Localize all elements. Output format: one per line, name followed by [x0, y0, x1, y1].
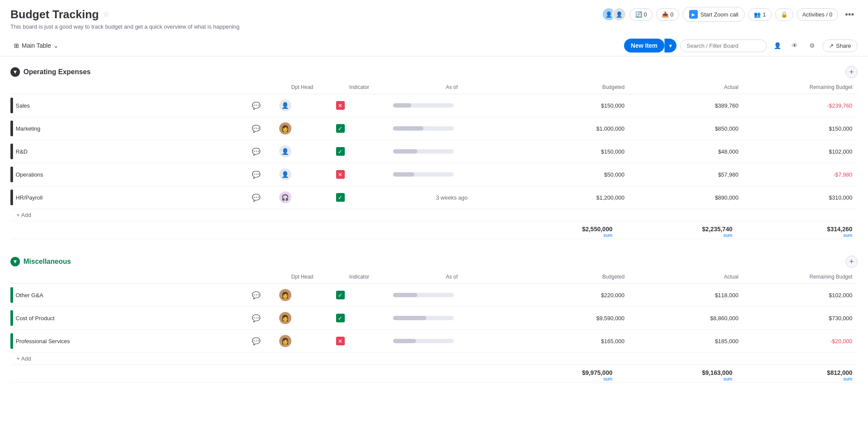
actual-value: $389,760 [715, 102, 738, 109]
misc-sum-row: $9,975,000 sum $9,163,000 sum $812,000 s… [10, 365, 858, 383]
indicator-check: ✓ [336, 291, 345, 299]
as-of-text: 3 weeks ago [436, 194, 468, 201]
chat-cell[interactable]: 💬 [238, 307, 274, 330]
chat-icon[interactable]: 💬 [252, 125, 261, 132]
misc-sum-table: $9,975,000 sum $9,163,000 sum $812,000 s… [10, 365, 858, 383]
indicator-check: ✓ [336, 124, 345, 133]
main-table-selector[interactable]: ⊞ Main Table ⌄ [10, 40, 62, 51]
row-name: Sales [16, 102, 30, 109]
budgeted-cell: $1,200,000 [516, 186, 630, 209]
color-bar [10, 190, 13, 205]
table-row: Professional Services 💬 👩 ✕ $165,000 [10, 330, 858, 353]
add-column-misc-button[interactable]: + [845, 256, 858, 268]
search-input[interactable] [680, 39, 767, 52]
avatar-cell: 👤 [279, 168, 291, 180]
new-item-label: New Item [631, 42, 657, 49]
person-filter-button[interactable]: 👤 [770, 39, 784, 52]
row-name: HR/Payroll [16, 194, 43, 201]
new-item-wrap: New Item ▾ [624, 39, 677, 52]
chat-icon[interactable]: 💬 [252, 292, 261, 299]
new-item-button[interactable]: New Item [624, 39, 664, 52]
inbox-button[interactable]: 📥 0 [656, 8, 679, 21]
avatar-user2[interactable]: 👤 [612, 7, 626, 21]
dpthead-cell: 👩 [274, 330, 331, 353]
row-name-cell: Cost of Product [10, 307, 238, 330]
activities-button[interactable]: Activities / 0 [797, 8, 838, 21]
col-remaining-header: Remaining Budget [744, 81, 858, 94]
budgeted-value: $220,000 [601, 292, 624, 299]
table-row: R&D 💬 👤 ✓ $150,000 [10, 140, 858, 163]
chat-icon[interactable]: 💬 [252, 148, 261, 155]
row-name-cell: Marketing [10, 117, 238, 140]
dpthead-cell: 👤 [274, 94, 331, 117]
star-icon[interactable]: ☆ [102, 10, 109, 19]
chat-icon[interactable]: 💬 [252, 338, 261, 345]
share-icon: ↗ [829, 43, 834, 49]
progress-bar [393, 172, 454, 177]
more-button[interactable]: ••• [842, 8, 858, 21]
add-row-cell[interactable]: + Add [10, 353, 858, 365]
eye-button[interactable]: 👁 [788, 39, 802, 52]
actual-cell: $890,000 [630, 186, 743, 209]
add-column-operating-button[interactable]: + [845, 66, 858, 78]
person-icon: 👤 [774, 42, 781, 49]
chat-icon[interactable]: 💬 [252, 171, 261, 178]
lock-button[interactable]: 🔒 [775, 8, 793, 21]
indicator-x: ✕ [336, 170, 345, 179]
dpthead-cell: 🎧 [274, 186, 331, 209]
actual-cell: $57,980 [630, 163, 743, 186]
table-row: Other G&A 💬 👩 ✓ $220,000 [10, 284, 858, 307]
budgeted-value: $165,000 [601, 338, 624, 344]
row-name: Operations [16, 171, 43, 178]
remaining-cell: $102,000 [744, 140, 858, 163]
table-chevron-icon: ⌄ [53, 42, 59, 49]
row-name: Professional Services [16, 338, 70, 344]
chat-cell[interactable]: 💬 [238, 117, 274, 140]
indicator-cell: ✓ [331, 117, 388, 140]
dpthead-cell: 👤 [274, 140, 331, 163]
budgeted-cell: $9,590,000 [516, 307, 630, 330]
budgeted-value: $50,000 [604, 171, 624, 178]
misc-col-chat-header [238, 270, 274, 284]
remaining-cell: $730,000 [744, 307, 858, 330]
invite-button[interactable]: 👥 1 [748, 8, 771, 21]
misc-budgeted-sum: $9,975,000 [488, 369, 613, 376]
chat-cell[interactable]: 💬 [238, 140, 274, 163]
chat-cell[interactable]: 💬 [238, 186, 274, 209]
avatar-cell: 👩 [279, 122, 291, 134]
chat-icon[interactable]: 💬 [252, 102, 261, 109]
avatar-group[interactable]: 👤 👤 [602, 7, 626, 21]
table-grid-icon: ⊞ [14, 42, 19, 49]
share-button[interactable]: ↗ Share [822, 39, 858, 52]
misc-col-actual-header: Actual [630, 270, 743, 284]
invite-icon: 👥 [754, 11, 761, 18]
operating-sum-table: $2,550,000 sum $2,235,740 sum $314,260 s… [10, 221, 858, 239]
chat-cell[interactable]: 💬 [238, 284, 274, 307]
chat-cell[interactable]: 💬 [238, 94, 274, 117]
color-bar [10, 287, 13, 303]
chat-icon[interactable]: 💬 [252, 194, 261, 201]
zoom-button[interactable]: ▶ Start Zoom call [683, 7, 745, 22]
actual-value: $850,000 [715, 125, 738, 132]
group-header-operating: ▼ Operating Expenses + [10, 63, 858, 81]
add-row-cell[interactable]: + Add [10, 209, 858, 221]
group-toggle-operating[interactable]: ▼ [10, 67, 20, 77]
chat-cell[interactable]: 💬 [238, 330, 274, 353]
add-row[interactable]: + Add [10, 209, 858, 221]
filter-button[interactable]: ⚙ [805, 39, 819, 52]
misc-col-budgeted-header: Budgeted [516, 270, 630, 284]
misc-col-name-header [10, 270, 238, 284]
updates-button[interactable]: 🔄 0 [630, 8, 653, 21]
add-row[interactable]: + Add [10, 353, 858, 365]
group-toggle-misc[interactable]: ▼ [10, 257, 20, 266]
actual-value: $118,000 [715, 292, 738, 299]
misc-table: Dpt Head Indicator As of Budgeted Actual… [10, 270, 858, 365]
chat-icon[interactable]: 💬 [252, 315, 261, 322]
avatar-cell: 👩 [279, 289, 291, 301]
budgeted-cell: $220,000 [516, 284, 630, 307]
title-area: Budget Tracking ☆ [10, 8, 109, 21]
dpthead-cell: 👩 [274, 284, 331, 307]
chat-cell[interactable]: 💬 [238, 163, 274, 186]
group-title-operating: Operating Expenses [23, 68, 91, 76]
new-item-dropdown-button[interactable]: ▾ [664, 39, 677, 52]
